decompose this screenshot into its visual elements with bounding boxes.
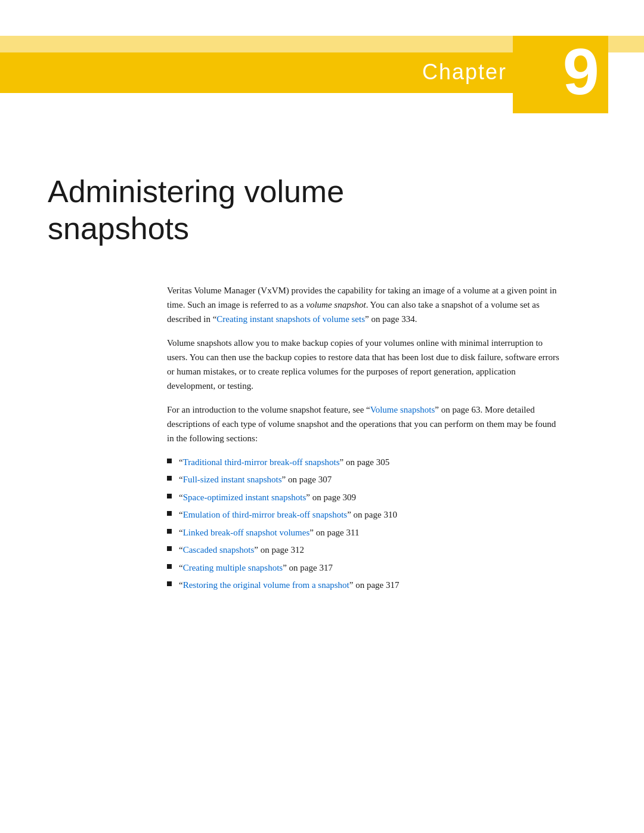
- bullet-icon: [167, 511, 172, 516]
- bullet-icon: [167, 581, 172, 586]
- bullet-icon: [167, 564, 172, 569]
- list-item: “Space-optimized instant snapshots” on p…: [167, 490, 561, 506]
- chapter-title: Administering volume snapshots: [48, 173, 596, 247]
- list-item: “Emulation of third-mirror break-off sna…: [167, 507, 561, 523]
- bullet-icon: [167, 529, 172, 534]
- list-item: “Restoring the original volume from a sn…: [167, 578, 561, 593]
- list-item: “Creating multiple snapshots” on page 31…: [167, 561, 561, 576]
- sections-list: “Traditional third-mirror break-off snap…: [167, 455, 561, 593]
- link-full-sized-snapshots[interactable]: Full-sized instant snapshots: [183, 475, 282, 484]
- bullet-icon: [167, 494, 172, 498]
- link-multiple-snapshots[interactable]: Creating multiple snapshots: [183, 563, 283, 572]
- chapter-label: Chapter: [422, 60, 507, 85]
- link-traditional-snapshots[interactable]: Traditional third-mirror break-off snaps…: [183, 457, 340, 467]
- link-linked-snapshots[interactable]: Linked break-off snapshot volumes: [183, 528, 310, 537]
- list-item: “Cascaded snapshots” on page 312: [167, 543, 561, 558]
- list-item: “Full-sized instant snapshots” on page 3…: [167, 472, 561, 488]
- chapter-number: 9: [563, 39, 599, 104]
- body-section: Veritas Volume Manager (VxVM) provides t…: [167, 283, 561, 593]
- list-item: “Traditional third-mirror break-off snap…: [167, 455, 561, 470]
- intro-paragraph-3: For an introduction to the volume snapsh…: [167, 402, 561, 445]
- chapter-header: Chapter 9: [0, 0, 644, 125]
- link-restoring-volume[interactable]: Restoring the original volume from a sna…: [183, 580, 349, 590]
- bullet-icon: [167, 459, 172, 463]
- bullet-icon: [167, 546, 172, 551]
- link-space-optimized-snapshots[interactable]: Space-optimized instant snapshots: [183, 493, 306, 502]
- link-creating-instant-snapshots[interactable]: Creating instant snapshots of volume set…: [216, 314, 365, 324]
- bullet-icon: [167, 476, 172, 481]
- link-emulation-snapshots[interactable]: Emulation of third-mirror break-off snap…: [183, 510, 348, 519]
- list-item: “Linked break-off snapshot volumes” on p…: [167, 525, 561, 541]
- intro-paragraph-2: Volume snapshots allow you to make backu…: [167, 336, 561, 393]
- intro-paragraph-1: Veritas Volume Manager (VxVM) provides t…: [167, 283, 561, 326]
- link-volume-snapshots[interactable]: Volume snapshots: [370, 405, 435, 414]
- link-cascaded-snapshots[interactable]: Cascaded snapshots: [183, 545, 255, 555]
- content-area: Administering volume snapshots Veritas V…: [0, 125, 644, 651]
